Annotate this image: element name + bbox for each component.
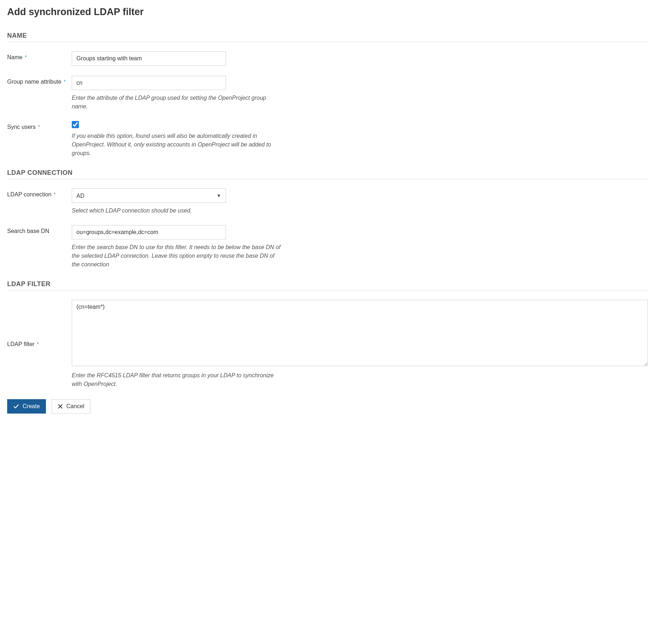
sync-users-label-text: Sync users	[7, 124, 36, 130]
required-indicator: *	[38, 124, 40, 130]
required-indicator: *	[54, 191, 56, 197]
search-base-dn-input[interactable]	[72, 225, 226, 239]
ldap-connection-select[interactable]: AD	[72, 188, 226, 203]
ldap-filter-label: LDAP filter *	[7, 341, 72, 347]
cancel-button[interactable]: Cancel	[52, 399, 90, 414]
create-button[interactable]: Create	[7, 399, 46, 414]
group-name-attribute-label: Group name attribute *	[7, 76, 72, 85]
required-indicator: *	[64, 79, 66, 84]
cancel-button-label: Cancel	[66, 403, 84, 410]
ldap-filter-label-text: LDAP filter	[7, 341, 34, 347]
check-icon	[13, 403, 19, 409]
required-indicator: *	[37, 341, 39, 347]
sync-users-label: Sync users *	[7, 121, 72, 130]
required-indicator: *	[25, 54, 27, 60]
search-base-dn-label-text: Search base DN	[7, 228, 49, 234]
page-title: Add synchronized LDAP filter	[7, 6, 648, 18]
section-header-name: NAME	[7, 32, 648, 42]
section-header-ldap-filter: LDAP FILTER	[7, 280, 648, 290]
name-input[interactable]	[72, 51, 226, 66]
name-label-text: Name	[7, 54, 23, 60]
group-name-attribute-help: Enter the attribute of the LDAP group us…	[72, 94, 283, 111]
close-icon	[58, 404, 63, 409]
create-button-label: Create	[23, 403, 40, 410]
search-base-dn-help: Enter the search base DN to use for this…	[72, 243, 283, 269]
search-base-dn-label: Search base DN	[7, 225, 72, 234]
ldap-filter-help: Enter the RFC4515 LDAP filter that retur…	[72, 371, 283, 388]
ldap-filter-textarea[interactable]	[72, 300, 648, 366]
ldap-connection-label-text: LDAP connection	[7, 191, 51, 197]
name-label: Name *	[7, 51, 72, 61]
ldap-connection-label: LDAP connection *	[7, 188, 72, 198]
ldap-connection-help: Select which LDAP connection should be u…	[72, 206, 283, 215]
section-header-ldap-connection: LDAP CONNECTION	[7, 169, 648, 179]
group-name-attribute-input[interactable]	[72, 76, 226, 90]
sync-users-help: If you enable this option, found users w…	[72, 132, 283, 158]
group-name-attribute-label-text: Group name attribute	[7, 79, 61, 85]
sync-users-checkbox[interactable]	[72, 121, 79, 128]
